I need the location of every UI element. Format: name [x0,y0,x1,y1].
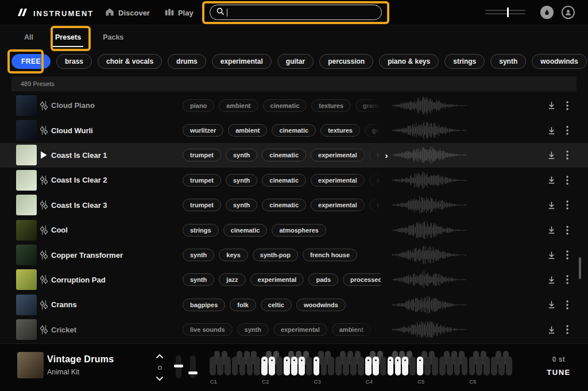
download-icon[interactable] [547,276,556,284]
piano-key-white[interactable] [491,357,497,375]
piano-key-white[interactable] [225,357,231,375]
piano-key-white[interactable] [498,357,505,375]
tag-chip[interactable]: trumpet [183,199,221,211]
piano-key-white[interactable] [454,357,461,375]
tag-chip[interactable]: jazz [219,273,245,286]
tag-chip[interactable]: experimental [250,273,304,286]
waveform[interactable] [392,220,467,240]
kebab-menu-icon[interactable] [566,150,568,160]
kebab-menu-icon[interactable] [566,300,568,309]
piano-key-white[interactable] [210,357,216,375]
tag-chip[interactable]: cinematic [223,224,268,237]
piano-key-white[interactable] [462,357,468,375]
mod-slider-1[interactable] [176,355,181,378]
preset-row[interactable]: Cloud Piano pianoambientcinematictexture… [0,93,588,118]
preset-thumbnail[interactable] [16,245,37,265]
piano-key-white[interactable] [314,357,320,375]
piano-key-white[interactable] [239,357,246,375]
waveform[interactable] [392,145,467,165]
tag-chip[interactable]: textures [311,99,351,112]
preset-thumbnail[interactable] [16,269,37,290]
play-icon[interactable] [40,151,47,159]
waveform[interactable] [392,195,467,215]
piano-key-white[interactable] [335,357,342,375]
tag-chip[interactable]: live sounds [183,323,233,336]
piano-key-white[interactable] [506,357,512,375]
volume-handle[interactable] [507,7,509,17]
waveform[interactable] [392,245,467,265]
tag-chip[interactable]: pads [308,273,338,286]
tag-chip[interactable]: synth [226,199,257,211]
piano-key-white[interactable] [247,357,253,375]
tag-chip[interactable]: experimental [311,199,365,211]
kebab-menu-icon[interactable] [566,126,568,135]
tags-scroll-chevron-icon[interactable]: › [381,150,392,160]
preset-thumbnail[interactable] [16,319,37,340]
tag-chip[interactable]: piano [183,99,214,112]
waveform[interactable] [392,171,467,190]
piano-key-white[interactable] [424,357,431,375]
download-icon[interactable] [547,326,556,334]
waveform[interactable] [392,320,467,339]
piano-key-white[interactable] [365,357,372,375]
piano-key-white[interactable] [217,357,223,375]
preset-thumbnail[interactable] [16,195,37,215]
octave-reset-icon[interactable] [158,366,162,370]
filter-chip[interactable]: percussion [319,54,373,69]
piano-key-white[interactable] [402,357,408,375]
tag-chip[interactable]: textures [320,124,360,137]
filter-chip-free[interactable]: FREE [11,54,51,69]
tag-chip[interactable]: keys [219,249,247,261]
waveform[interactable] [392,295,467,315]
waveform[interactable] [392,96,467,115]
download-icon[interactable] [547,201,556,210]
tag-chip[interactable]: cinematic [263,99,307,112]
tag-chip[interactable]: trumpet [183,174,221,187]
piano-key-white[interactable] [417,357,423,375]
preset-thumbnail[interactable] [16,145,37,165]
tag-chip[interactable]: textures [369,174,381,187]
piano-key-white[interactable] [358,357,364,375]
piano-key-white[interactable] [469,357,475,375]
download-icon[interactable] [547,151,556,160]
tag-chip[interactable]: synth [237,323,269,336]
preset-row[interactable]: Coast Is Clear 3 trumpetsynthcinematicex… [0,193,588,218]
preset-thumbnail[interactable] [16,295,37,315]
mod-slider-2[interactable] [190,355,196,378]
piano-key-white[interactable] [373,357,379,375]
tag-chip[interactable]: granular [365,124,381,137]
piano-key-white[interactable] [350,357,357,375]
piano-key-white[interactable] [483,357,490,375]
kebab-menu-icon[interactable] [566,226,568,235]
tag-chip[interactable]: woodwinds [296,299,346,311]
tag-chip[interactable]: trumpet [183,149,221,161]
tag-chip[interactable]: ambient [219,99,258,112]
tag-chip[interactable]: cinematic [262,174,306,187]
download-icon[interactable] [547,300,556,309]
tag-chip[interactable]: cinematic [272,124,316,137]
piano-key-white[interactable] [380,357,386,375]
search-input[interactable] [227,8,376,17]
filter-chip[interactable]: drums [168,54,206,69]
account-icon[interactable] [562,6,575,19]
tag-chip[interactable]: synth [226,174,257,187]
loaded-instrument-thumbnail[interactable] [17,352,44,378]
tag-chip[interactable]: cinematic [262,149,306,161]
kebab-menu-icon[interactable] [566,200,568,210]
preset-thumbnail[interactable] [16,220,37,241]
download-icon[interactable] [547,126,556,135]
tag-chip[interactable]: cinematic [262,199,306,211]
preset-row[interactable]: Cricket live soundssynthexperimentalambi… [0,318,588,342]
octave-up-icon[interactable] [154,353,165,359]
tag-chip[interactable]: strings [183,224,219,237]
preset-row[interactable]: Coast Is Clear 2 trumpetsynthcinematicex… [0,168,588,192]
droplet-icon[interactable] [540,6,554,19]
tag-chip[interactable]: folk [230,299,256,311]
piano-key-white[interactable] [388,357,394,375]
tag-chip[interactable]: synth [183,273,214,286]
tag-chip[interactable]: experimental [311,174,365,187]
preset-thumbnail[interactable] [16,170,37,191]
kebab-menu-icon[interactable] [566,250,568,260]
tag-chip[interactable]: celtic [261,299,292,311]
mod-slider-2-handle[interactable] [188,371,198,374]
